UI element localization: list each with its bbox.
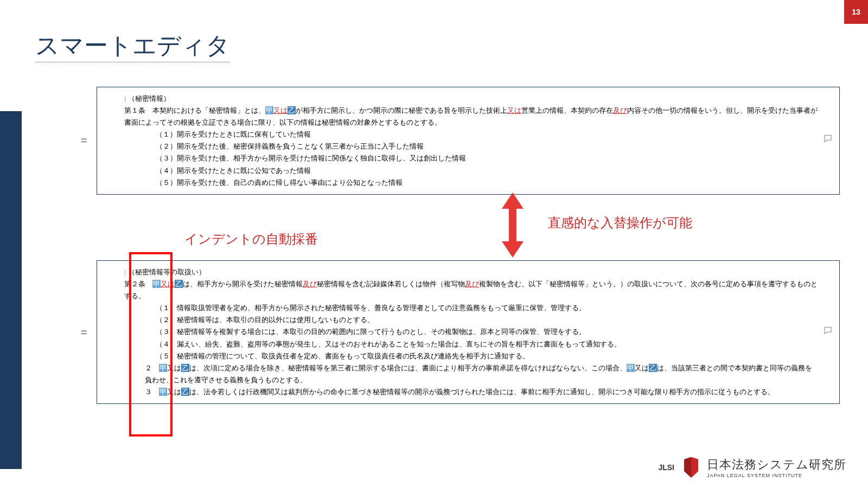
callout-swap: 直感的な入替操作が可能 [548, 214, 692, 232]
clause-heading: （秘密情報） [124, 93, 818, 105]
clause-intro: 第１条 本契約における「秘密情報」とは、甲又は乙が相手方に開示し、かつ開示の際に… [124, 105, 818, 129]
clause-box-2: = （秘密情報等の取扱い） 第２条 甲又は乙は、相手方から開示を受けた秘密情報及… [97, 260, 840, 404]
footer-logo: JLSI 日本法務システム研究所 JAPAN LEGAL SYSTEM INST… [658, 457, 846, 478]
party-ko-highlight: 甲 [265, 106, 273, 114]
page-title: スマートエディタ [35, 30, 230, 62]
comment-icon[interactable] [823, 325, 833, 339]
svg-marker-0 [502, 192, 524, 258]
clause-box-1: = （秘密情報） 第１条 本契約における「秘密情報」とは、甲又は乙が相手方に開示… [97, 87, 840, 195]
logo-abbr: JLSI [658, 463, 674, 472]
list-item: （２）開示を受けた後、秘密保持義務を負うことなく第三者から正当に入手した情報 [124, 140, 818, 152]
sub-clause: ３ 甲又は乙は、法令若しくは行政機関又は裁判所からの命令に基づき秘密情報等の開示… [124, 386, 818, 398]
list-item: （５）開示を受けた後、自己の責めに帰し得ない事由により公知となった情報 [124, 177, 818, 189]
left-accent-bar [0, 111, 22, 469]
list-item: （５）秘密情報の管理について、取扱責任者を定め、書面をもって取扱責任者の氏名及び… [124, 350, 818, 362]
list-item: （４）漏えい、紛失、盗難、盗用等の事態が発生し、又はそのおそれがあることを知った… [124, 338, 818, 350]
logo-text-sub: JAPAN LEGAL SYSTEM INSTITUTE [707, 473, 846, 478]
list-item: （１）開示を受けたときに既に保有していた情報 [124, 129, 818, 140]
svg-marker-2 [691, 457, 698, 478]
page-number-badge: 13 [844, 0, 868, 24]
callout-indent: インデントの自動採番 [184, 230, 318, 248]
list-item: （４）開示を受けたときに既に公知であった情報 [124, 165, 818, 177]
sub-clause: ２ 甲又は乙は、次項に定める場合を除き、秘密情報等を第三者に開示する場合には、書… [124, 362, 818, 386]
list-item: （２）秘密情報等は、本取引の目的以外には使用しないものとする。 [124, 314, 818, 326]
logo-text-main: 日本法務システム研究所 [707, 457, 846, 473]
party-otsu-highlight: 乙 [288, 106, 296, 114]
swap-arrow-icon [499, 192, 526, 260]
clause-heading: （秘密情報等の取扱い） [124, 266, 818, 278]
list-item: （３）開示を受けた後、相手方から開示を受けた情報に関係なく独自に取得し、又は創出… [124, 152, 818, 164]
drag-handle-icon[interactable]: = [81, 323, 87, 342]
comment-icon[interactable] [823, 134, 833, 147]
list-item: （３）秘密情報等を複製する場合には、本取引の目的の範囲内に限って行うものとし、そ… [124, 326, 818, 338]
clause-intro: 第２条 甲又は乙は、相手方から開示を受けた秘密情報及び秘密情報を含む記録媒体若し… [124, 278, 818, 302]
logo-mark-icon [682, 457, 700, 478]
list-item: （１）情報取扱管理者を定め、相手方から開示された秘密情報等を、善良なる管理者とし… [124, 302, 818, 314]
drag-handle-icon[interactable]: = [81, 131, 87, 150]
